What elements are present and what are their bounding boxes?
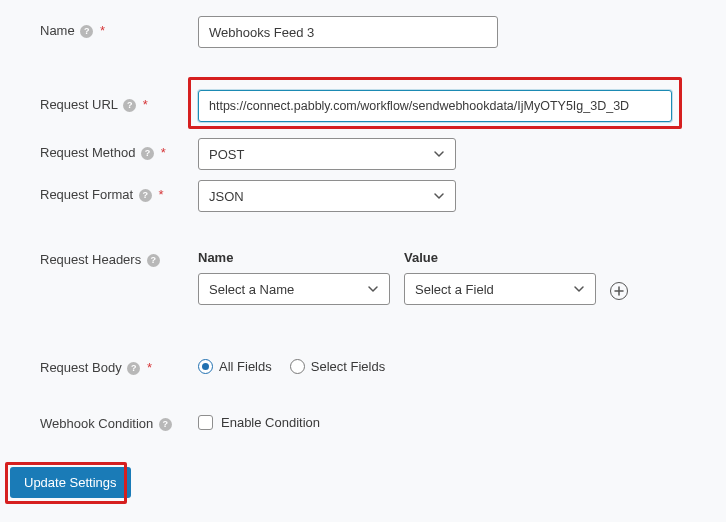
- label-webhook-condition: Webhook Condition ?: [40, 409, 198, 431]
- enable-condition-checkbox[interactable]: [198, 415, 213, 430]
- header-name-select[interactable]: Select a Name: [198, 273, 390, 305]
- request-headers-label-text: Request Headers: [40, 252, 141, 267]
- label-request-format: Request Format ? *: [40, 180, 198, 202]
- request-url-input[interactable]: [198, 90, 672, 122]
- required-mark: *: [158, 187, 163, 202]
- radio-icon-unchecked: [290, 359, 305, 374]
- update-settings-button[interactable]: Update Settings: [10, 467, 131, 498]
- row-request-format: Request Format ? * JSON: [40, 180, 726, 212]
- request-method-select[interactable]: POST: [198, 138, 456, 170]
- required-mark: *: [161, 145, 166, 160]
- help-icon[interactable]: ?: [159, 418, 172, 431]
- chevron-down-icon: [573, 283, 585, 295]
- add-header-button[interactable]: [610, 282, 628, 300]
- label-request-body: Request Body ? *: [40, 353, 198, 375]
- request-format-select[interactable]: JSON: [198, 180, 456, 212]
- webhook-settings-form: Name ? * Request URL ? * Request Method …: [0, 0, 726, 498]
- required-mark: *: [143, 97, 148, 112]
- radio-select-fields[interactable]: Select Fields: [290, 359, 385, 374]
- submit-row: Update Settings: [10, 467, 131, 498]
- request-method-field-col: POST: [198, 138, 726, 170]
- request-body-label-text: Request Body: [40, 360, 122, 375]
- enable-condition-label: Enable Condition: [221, 415, 320, 430]
- request-body-field-col: All Fields Select Fields: [198, 353, 726, 374]
- help-icon[interactable]: ?: [147, 254, 160, 267]
- row-request-url: Request URL ? *: [40, 90, 726, 122]
- radio-select-fields-label: Select Fields: [311, 359, 385, 374]
- name-field-col: [198, 16, 726, 48]
- request-format-label-text: Request Format: [40, 187, 133, 202]
- request-headers-field-col: Name Select a Name Value Select a Field: [198, 250, 726, 305]
- request-method-label-text: Request Method: [40, 145, 135, 160]
- enable-condition-row: Enable Condition: [198, 409, 726, 430]
- chevron-down-icon: [367, 283, 379, 295]
- radio-all-fields-label: All Fields: [219, 359, 272, 374]
- label-name: Name ? *: [40, 16, 198, 38]
- request-format-value: JSON: [209, 189, 244, 204]
- header-name-placeholder: Select a Name: [209, 282, 294, 297]
- request-url-field-col: [198, 90, 726, 122]
- label-request-url: Request URL ? *: [40, 90, 198, 112]
- name-label-text: Name: [40, 23, 75, 38]
- row-request-method: Request Method ? * POST: [40, 138, 726, 170]
- radio-all-fields[interactable]: All Fields: [198, 359, 272, 374]
- headers-row: Name Select a Name Value Select a Field: [198, 250, 726, 305]
- headers-name-col: Name Select a Name: [198, 250, 390, 305]
- required-mark: *: [147, 360, 152, 375]
- headers-value-header: Value: [404, 250, 596, 265]
- name-input[interactable]: [198, 16, 498, 48]
- required-mark: *: [100, 23, 105, 38]
- row-request-headers: Request Headers ? Name Select a Name Val…: [40, 250, 726, 305]
- request-format-field-col: JSON: [198, 180, 726, 212]
- webhook-condition-label-text: Webhook Condition: [40, 416, 153, 431]
- label-request-method: Request Method ? *: [40, 138, 198, 160]
- label-request-headers: Request Headers ?: [40, 250, 198, 267]
- radio-icon-checked: [198, 359, 213, 374]
- help-icon[interactable]: ?: [80, 25, 93, 38]
- row-name: Name ? *: [40, 16, 726, 48]
- request-method-value: POST: [209, 147, 244, 162]
- row-webhook-condition: Webhook Condition ? Enable Condition: [40, 409, 726, 431]
- chevron-down-icon: [433, 190, 445, 202]
- header-value-select[interactable]: Select a Field: [404, 273, 596, 305]
- chevron-down-icon: [433, 148, 445, 160]
- headers-name-header: Name: [198, 250, 390, 265]
- header-value-placeholder: Select a Field: [415, 282, 494, 297]
- help-icon[interactable]: ?: [127, 362, 140, 375]
- headers-value-col: Value Select a Field: [404, 250, 596, 305]
- help-icon[interactable]: ?: [139, 189, 152, 202]
- request-body-radio-group: All Fields Select Fields: [198, 353, 726, 374]
- help-icon[interactable]: ?: [141, 147, 154, 160]
- webhook-condition-field-col: Enable Condition: [198, 409, 726, 430]
- help-icon[interactable]: ?: [123, 99, 136, 112]
- request-url-label-text: Request URL: [40, 97, 118, 112]
- row-request-body: Request Body ? * All Fields Select Field…: [40, 353, 726, 375]
